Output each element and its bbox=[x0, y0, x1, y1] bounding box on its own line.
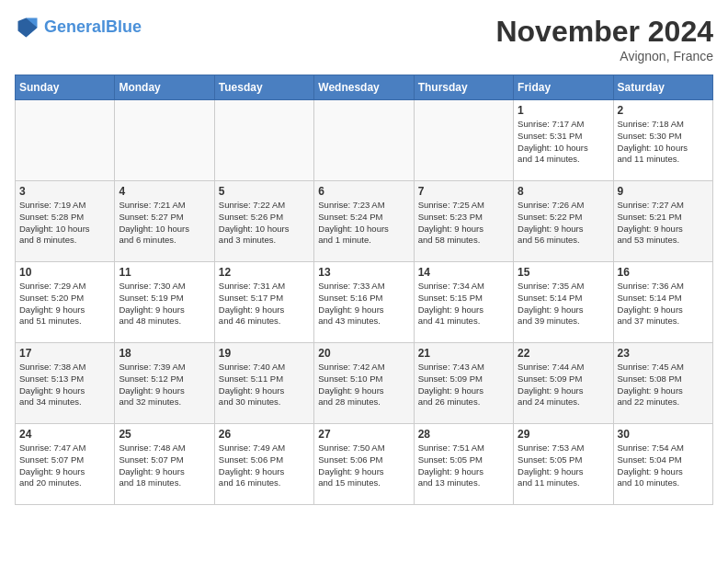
day-info: Sunrise: 7:44 AM Sunset: 5:09 PM Dayligh… bbox=[518, 362, 609, 408]
day-number: 18 bbox=[119, 347, 210, 360]
logo: GeneralBlue bbox=[15, 15, 142, 40]
day-number: 27 bbox=[318, 428, 409, 441]
calendar-cell: 19Sunrise: 7:40 AM Sunset: 5:11 PM Dayli… bbox=[214, 343, 313, 424]
day-number: 11 bbox=[119, 266, 210, 279]
calendar-cell: 22Sunrise: 7:44 AM Sunset: 5:09 PM Dayli… bbox=[514, 343, 613, 424]
month-title: November 2024 bbox=[495, 15, 713, 49]
calendar-cell: 11Sunrise: 7:30 AM Sunset: 5:19 PM Dayli… bbox=[115, 262, 214, 343]
day-info: Sunrise: 7:45 AM Sunset: 5:08 PM Dayligh… bbox=[618, 362, 709, 408]
day-info: Sunrise: 7:48 AM Sunset: 5:07 PM Dayligh… bbox=[119, 442, 210, 489]
weekday-header-row: SundayMondayTuesdayWednesdayThursdayFrid… bbox=[16, 75, 713, 100]
day-number: 3 bbox=[19, 185, 110, 198]
day-number: 30 bbox=[618, 428, 709, 441]
day-info: Sunrise: 7:49 AM Sunset: 5:06 PM Dayligh… bbox=[219, 442, 310, 489]
title-block: November 2024 Avignon, France bbox=[495, 15, 713, 63]
day-info: Sunrise: 7:29 AM Sunset: 5:20 PM Dayligh… bbox=[19, 281, 110, 327]
calendar-cell: 6Sunrise: 7:23 AM Sunset: 5:24 PM Daylig… bbox=[314, 181, 414, 262]
day-number: 19 bbox=[219, 347, 310, 360]
calendar-cell bbox=[414, 100, 513, 181]
calendar-cell: 9Sunrise: 7:27 AM Sunset: 5:21 PM Daylig… bbox=[613, 181, 712, 262]
calendar-cell: 4Sunrise: 7:21 AM Sunset: 5:27 PM Daylig… bbox=[115, 181, 214, 262]
calendar-cell: 10Sunrise: 7:29 AM Sunset: 5:20 PM Dayli… bbox=[16, 262, 115, 343]
day-number: 12 bbox=[219, 266, 310, 279]
calendar-cell: 12Sunrise: 7:31 AM Sunset: 5:17 PM Dayli… bbox=[214, 262, 313, 343]
day-info: Sunrise: 7:39 AM Sunset: 5:12 PM Dayligh… bbox=[119, 362, 210, 408]
calendar-cell: 2Sunrise: 7:18 AM Sunset: 5:30 PM Daylig… bbox=[613, 100, 712, 181]
day-number: 14 bbox=[418, 266, 509, 279]
day-info: Sunrise: 7:21 AM Sunset: 5:27 PM Dayligh… bbox=[119, 200, 210, 247]
calendar-week-row: 3Sunrise: 7:19 AM Sunset: 5:28 PM Daylig… bbox=[16, 181, 713, 262]
calendar-cell: 28Sunrise: 7:51 AM Sunset: 5:05 PM Dayli… bbox=[414, 424, 513, 505]
day-number: 16 bbox=[618, 266, 709, 279]
calendar-cell: 3Sunrise: 7:19 AM Sunset: 5:28 PM Daylig… bbox=[16, 181, 115, 262]
day-number: 28 bbox=[418, 428, 509, 441]
location-subtitle: Avignon, France bbox=[495, 49, 713, 63]
day-info: Sunrise: 7:22 AM Sunset: 5:26 PM Dayligh… bbox=[219, 200, 310, 247]
weekday-header: Friday bbox=[514, 75, 613, 100]
calendar-week-row: 1Sunrise: 7:17 AM Sunset: 5:31 PM Daylig… bbox=[16, 100, 713, 181]
day-info: Sunrise: 7:27 AM Sunset: 5:21 PM Dayligh… bbox=[618, 200, 709, 247]
day-info: Sunrise: 7:30 AM Sunset: 5:19 PM Dayligh… bbox=[119, 281, 210, 327]
weekday-header: Tuesday bbox=[214, 75, 313, 100]
day-number: 13 bbox=[318, 266, 409, 279]
calendar-week-row: 24Sunrise: 7:47 AM Sunset: 5:07 PM Dayli… bbox=[16, 424, 713, 505]
day-number: 7 bbox=[418, 185, 509, 198]
calendar-cell: 14Sunrise: 7:34 AM Sunset: 5:15 PM Dayli… bbox=[414, 262, 513, 343]
calendar-cell: 5Sunrise: 7:22 AM Sunset: 5:26 PM Daylig… bbox=[214, 181, 313, 262]
day-info: Sunrise: 7:43 AM Sunset: 5:09 PM Dayligh… bbox=[418, 362, 509, 408]
calendar-cell: 13Sunrise: 7:33 AM Sunset: 5:16 PM Dayli… bbox=[314, 262, 414, 343]
calendar-cell: 7Sunrise: 7:25 AM Sunset: 5:23 PM Daylig… bbox=[414, 181, 513, 262]
day-number: 9 bbox=[618, 185, 709, 198]
calendar-cell: 25Sunrise: 7:48 AM Sunset: 5:07 PM Dayli… bbox=[115, 424, 214, 505]
day-info: Sunrise: 7:17 AM Sunset: 5:31 PM Dayligh… bbox=[518, 119, 609, 166]
calendar-cell: 16Sunrise: 7:36 AM Sunset: 5:14 PM Dayli… bbox=[613, 262, 712, 343]
day-info: Sunrise: 7:18 AM Sunset: 5:30 PM Dayligh… bbox=[618, 119, 709, 166]
day-info: Sunrise: 7:19 AM Sunset: 5:28 PM Dayligh… bbox=[19, 200, 110, 247]
calendar-table: SundayMondayTuesdayWednesdayThursdayFrid… bbox=[15, 75, 713, 505]
weekday-header: Wednesday bbox=[314, 75, 414, 100]
day-info: Sunrise: 7:51 AM Sunset: 5:05 PM Dayligh… bbox=[418, 442, 509, 489]
calendar-cell: 29Sunrise: 7:53 AM Sunset: 5:05 PM Dayli… bbox=[514, 424, 613, 505]
page-header: GeneralBlue November 2024 Avignon, Franc… bbox=[15, 15, 713, 63]
day-info: Sunrise: 7:38 AM Sunset: 5:13 PM Dayligh… bbox=[19, 362, 110, 408]
calendar-cell: 20Sunrise: 7:42 AM Sunset: 5:10 PM Dayli… bbox=[314, 343, 414, 424]
day-number: 6 bbox=[318, 185, 409, 198]
day-number: 5 bbox=[219, 185, 310, 198]
calendar-cell: 8Sunrise: 7:26 AM Sunset: 5:22 PM Daylig… bbox=[514, 181, 613, 262]
day-number: 15 bbox=[518, 266, 609, 279]
weekday-header: Saturday bbox=[613, 75, 712, 100]
weekday-header: Thursday bbox=[414, 75, 513, 100]
day-info: Sunrise: 7:26 AM Sunset: 5:22 PM Dayligh… bbox=[518, 200, 609, 247]
day-info: Sunrise: 7:36 AM Sunset: 5:14 PM Dayligh… bbox=[618, 281, 709, 327]
day-number: 22 bbox=[518, 347, 609, 360]
calendar-week-row: 17Sunrise: 7:38 AM Sunset: 5:13 PM Dayli… bbox=[16, 343, 713, 424]
day-info: Sunrise: 7:25 AM Sunset: 5:23 PM Dayligh… bbox=[418, 200, 509, 247]
calendar-cell: 21Sunrise: 7:43 AM Sunset: 5:09 PM Dayli… bbox=[414, 343, 513, 424]
calendar-cell: 18Sunrise: 7:39 AM Sunset: 5:12 PM Dayli… bbox=[115, 343, 214, 424]
calendar-cell: 23Sunrise: 7:45 AM Sunset: 5:08 PM Dayli… bbox=[613, 343, 712, 424]
calendar-cell: 24Sunrise: 7:47 AM Sunset: 5:07 PM Dayli… bbox=[16, 424, 115, 505]
calendar-week-row: 10Sunrise: 7:29 AM Sunset: 5:20 PM Dayli… bbox=[16, 262, 713, 343]
day-info: Sunrise: 7:42 AM Sunset: 5:10 PM Dayligh… bbox=[318, 362, 409, 408]
day-info: Sunrise: 7:31 AM Sunset: 5:17 PM Dayligh… bbox=[219, 281, 310, 327]
day-number: 23 bbox=[618, 347, 709, 360]
day-info: Sunrise: 7:34 AM Sunset: 5:15 PM Dayligh… bbox=[418, 281, 509, 327]
calendar-cell: 15Sunrise: 7:35 AM Sunset: 5:14 PM Dayli… bbox=[514, 262, 613, 343]
day-number: 26 bbox=[219, 428, 310, 441]
day-number: 10 bbox=[19, 266, 110, 279]
logo-text: GeneralBlue bbox=[44, 18, 142, 37]
day-number: 1 bbox=[518, 104, 609, 117]
day-info: Sunrise: 7:40 AM Sunset: 5:11 PM Dayligh… bbox=[219, 362, 310, 408]
day-number: 20 bbox=[318, 347, 409, 360]
calendar-cell: 27Sunrise: 7:50 AM Sunset: 5:06 PM Dayli… bbox=[314, 424, 414, 505]
calendar-cell bbox=[16, 100, 115, 181]
day-number: 29 bbox=[518, 428, 609, 441]
day-number: 21 bbox=[418, 347, 509, 360]
day-number: 17 bbox=[19, 347, 110, 360]
calendar-cell: 30Sunrise: 7:54 AM Sunset: 5:04 PM Dayli… bbox=[613, 424, 712, 505]
weekday-header: Monday bbox=[115, 75, 214, 100]
day-number: 24 bbox=[19, 428, 110, 441]
logo-icon bbox=[15, 15, 40, 40]
day-info: Sunrise: 7:50 AM Sunset: 5:06 PM Dayligh… bbox=[318, 442, 409, 489]
calendar-cell bbox=[314, 100, 414, 181]
